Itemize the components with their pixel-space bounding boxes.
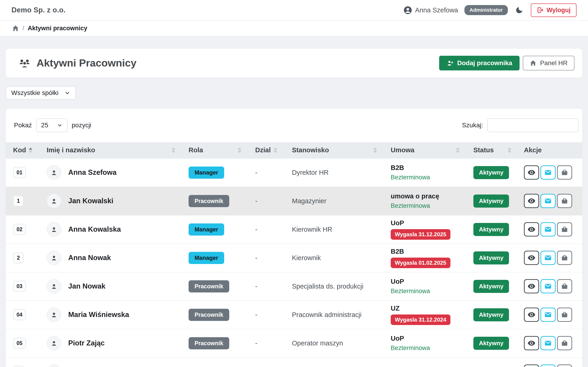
status-badge: Aktywny — [473, 337, 509, 350]
panel-hr-button[interactable]: Panel HR — [523, 56, 574, 70]
person-icon — [50, 226, 58, 233]
table-controls: Pokaż 25 pozycji Szukaj: — [6, 118, 582, 132]
email-employee-button[interactable] — [540, 279, 556, 293]
contract-employee-button[interactable] — [557, 222, 572, 236]
email-employee-button[interactable] — [540, 194, 556, 208]
envelope-icon — [544, 225, 552, 233]
employee-code-badge: 03 — [13, 281, 26, 292]
view-employee-button[interactable] — [524, 165, 539, 180]
table-row: 2 Anna Nowak Manager - Kierownik B2B Wyg… — [6, 244, 582, 272]
table-row: 05 Piotr Zając Pracownik - Operator masz… — [6, 329, 582, 357]
employee-name: Jan Nowak — [68, 282, 105, 290]
column-header-umowa[interactable]: Umowa — [385, 142, 467, 158]
sort-icon — [238, 148, 242, 153]
contract-type: umowa o pracę — [391, 192, 467, 200]
employee-name: Jan Kowalski — [68, 197, 113, 205]
eye-icon — [527, 282, 536, 290]
avatar — [47, 364, 61, 367]
email-employee-button[interactable] — [540, 222, 556, 236]
person-icon — [50, 169, 58, 176]
table-row: 1 Jan Kowalski Pracownik - Magazynier um… — [6, 187, 582, 215]
table-row: UoP — [6, 357, 582, 367]
view-employee-button[interactable] — [524, 222, 539, 236]
view-employee-button[interactable] — [524, 251, 539, 265]
view-employee-button[interactable] — [524, 279, 539, 293]
role-badge: Manager — [189, 252, 224, 264]
column-header-kod[interactable]: Kod — [6, 142, 40, 158]
row-actions — [524, 194, 582, 208]
department-value: - — [255, 254, 258, 261]
position-value: Dyrektor HR — [292, 169, 329, 176]
home-icon — [530, 60, 536, 67]
people-icon — [19, 57, 31, 69]
email-employee-button[interactable] — [540, 251, 556, 265]
view-employee-button[interactable] — [524, 194, 539, 208]
briefcase-icon — [561, 283, 568, 290]
column-header-rola[interactable]: Rola — [183, 142, 249, 158]
contract-employee-button[interactable] — [557, 308, 572, 322]
eye-icon — [527, 197, 536, 205]
envelope-icon — [544, 254, 552, 262]
user-name: Anna Szefowa — [415, 6, 458, 14]
view-employee-button[interactable] — [524, 308, 539, 322]
column-header-imie-i-nazwisko[interactable]: Imię i nazwisko — [40, 142, 183, 158]
filter-row: Wszystkie spółki — [6, 86, 582, 100]
email-employee-button[interactable] — [540, 365, 556, 367]
search-input[interactable] — [487, 118, 579, 132]
role-badge: Manager — [189, 223, 224, 236]
briefcase-icon — [561, 311, 568, 318]
email-employee-button[interactable] — [540, 165, 556, 180]
view-employee-button[interactable] — [524, 365, 539, 367]
page-size-select[interactable]: 25 — [36, 118, 68, 132]
contract-employee-button[interactable] — [557, 251, 572, 265]
row-actions — [524, 308, 582, 322]
breadcrumb-home-link[interactable] — [12, 25, 19, 32]
column-label: Rola — [189, 146, 203, 154]
position-value: Specjalista ds. produkcji — [292, 283, 363, 290]
avatar — [47, 336, 61, 350]
employee-name: Anna Nowak — [68, 254, 111, 262]
page-title: Aktywni Pracownicy — [36, 57, 137, 69]
chevron-down-icon — [64, 90, 70, 96]
contract-type: B2B — [391, 164, 467, 172]
employees-table-card: Pokaż 25 pozycji Szukaj: — [6, 109, 582, 367]
contract-term: Bezterminowa — [391, 174, 430, 181]
table-row: 01 Anna Szefowa Manager - Dyrektor HR B2… — [6, 158, 582, 187]
person-icon — [50, 254, 58, 261]
column-header-dzial[interactable]: Dzial — [249, 142, 286, 158]
show-label: Pokaż — [14, 122, 32, 129]
column-header-stanowisko[interactable]: Stanowisko — [286, 142, 385, 158]
employee-code-badge: 02 — [13, 224, 26, 235]
theme-toggle-button[interactable] — [514, 5, 524, 15]
email-employee-button[interactable] — [540, 336, 556, 350]
person-plus-icon — [447, 59, 454, 67]
contract-employee-button[interactable] — [557, 165, 572, 180]
logout-button[interactable]: Wyloguj — [531, 3, 577, 17]
contract-type: UoP — [391, 335, 467, 342]
contract-employee-button[interactable] — [557, 336, 572, 350]
add-employee-button[interactable]: Dodaj pracownika — [439, 56, 520, 70]
column-label: Status — [473, 146, 494, 154]
status-badge: Aktywny — [473, 194, 509, 208]
chevron-down-icon — [57, 123, 62, 128]
view-employee-button[interactable] — [524, 336, 539, 350]
status-badge: Aktywny — [473, 280, 509, 293]
company-filter-select[interactable]: Wszystkie spółki — [6, 86, 76, 100]
column-header-status[interactable]: Status — [467, 142, 518, 158]
contract-employee-button[interactable] — [557, 365, 572, 367]
status-badge: Aktywny — [473, 166, 509, 179]
contract-employee-button[interactable] — [557, 279, 572, 293]
table-row: 04 Maria Wiśniewska Pracownik - Pracowni… — [6, 300, 582, 329]
sort-icon — [456, 148, 460, 153]
employee-name: Maria Wiśniewska — [68, 311, 129, 319]
role-badge: Pracownik — [189, 309, 229, 321]
email-employee-button[interactable] — [540, 308, 556, 322]
contract-employee-button[interactable] — [557, 194, 572, 208]
briefcase-icon — [561, 340, 568, 347]
status-badge: Aktywny — [473, 308, 509, 321]
page-size-value: 25 — [41, 122, 48, 129]
position-value: Kierownik HR — [292, 226, 332, 233]
breadcrumb-separator: / — [23, 25, 24, 32]
eye-icon — [527, 225, 536, 234]
status-badge: Aktywny — [473, 223, 509, 236]
